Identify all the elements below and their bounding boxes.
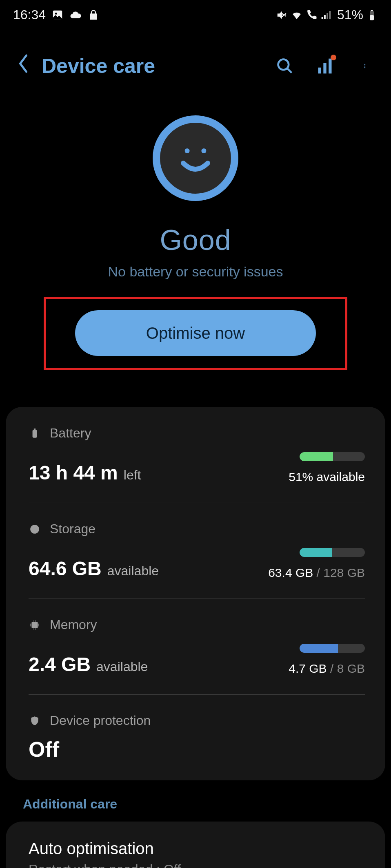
cloud-icon xyxy=(69,9,82,21)
signal-icon xyxy=(320,9,332,21)
battery-item[interactable]: Battery 13 h 44 m left 51% available xyxy=(6,407,385,503)
status-time: 16:34 xyxy=(13,7,46,22)
battery-suffix: left xyxy=(124,468,141,483)
back-button[interactable] xyxy=(17,53,29,79)
svg-rect-8 xyxy=(323,63,326,74)
svg-rect-3 xyxy=(370,15,374,20)
additional-care-header: Additional care xyxy=(23,797,368,812)
battery-right-text: 51% available xyxy=(289,470,365,484)
app-header: Device care xyxy=(0,27,391,91)
storage-item[interactable]: Storage 64.6 GB available 63.4 GB / 128 … xyxy=(6,503,385,599)
svg-point-13 xyxy=(185,148,190,153)
protection-label: Device protection xyxy=(50,713,151,728)
call-icon xyxy=(305,9,318,21)
auto-optimisation-subtitle: Restart when needed : Off xyxy=(29,862,362,868)
svg-rect-16 xyxy=(34,428,36,430)
svg-point-11 xyxy=(364,66,366,67)
svg-rect-9 xyxy=(329,59,331,74)
svg-point-14 xyxy=(201,148,206,153)
storage-label: Storage xyxy=(50,521,96,537)
image-icon xyxy=(51,9,64,21)
svg-rect-21 xyxy=(38,625,39,626)
svg-point-12 xyxy=(364,67,366,68)
memory-used: 4.7 GB xyxy=(289,662,327,675)
auto-optimisation-title: Auto optimisation xyxy=(29,839,362,858)
status-bar-left: 16:34 xyxy=(13,7,100,22)
lock-icon xyxy=(87,9,100,21)
svg-rect-20 xyxy=(38,623,39,624)
storage-total: / 128 GB xyxy=(313,566,365,579)
status-bar: 16:34 51% xyxy=(0,0,391,27)
svg-rect-7 xyxy=(318,68,321,74)
svg-rect-22 xyxy=(33,621,34,621)
svg-rect-23 xyxy=(35,621,36,621)
battery-bar xyxy=(300,452,365,461)
svg-line-6 xyxy=(287,68,292,73)
svg-point-1 xyxy=(55,12,57,14)
highlight-annotation: Optimise now xyxy=(44,297,347,370)
storage-used: 63.4 GB xyxy=(268,566,313,579)
status-smiley-icon xyxy=(153,115,238,201)
storage-item-icon xyxy=(29,523,41,535)
memory-suffix: available xyxy=(96,659,148,674)
memory-item-icon xyxy=(29,619,41,631)
header-actions xyxy=(276,57,374,75)
memory-bar xyxy=(300,644,365,653)
battery-value: 13 h 44 m xyxy=(29,462,118,484)
svg-rect-17 xyxy=(31,622,38,628)
page-title: Device care xyxy=(42,54,276,78)
status-bar-right: 51% xyxy=(276,7,378,22)
svg-point-10 xyxy=(364,64,366,65)
svg-point-5 xyxy=(278,60,289,70)
battery-icon xyxy=(366,9,378,21)
device-status: Good xyxy=(160,224,231,256)
memory-right-text: 4.7 GB / 8 GB xyxy=(289,662,365,676)
storage-value: 64.6 GB xyxy=(29,557,102,580)
protection-value: Off xyxy=(29,737,365,762)
device-metrics-card: Battery 13 h 44 m left 51% available Sto… xyxy=(6,407,385,780)
device-status-subtitle: No battery or security issues xyxy=(108,264,283,280)
svg-rect-4 xyxy=(371,10,373,11)
storage-right-text: 63.4 GB / 128 GB xyxy=(268,566,365,580)
shield-icon xyxy=(29,715,41,727)
memory-label: Memory xyxy=(50,617,97,632)
svg-rect-24 xyxy=(33,628,34,629)
svg-rect-15 xyxy=(33,430,37,438)
svg-rect-19 xyxy=(30,625,31,626)
storage-bar xyxy=(300,548,365,557)
battery-label: Battery xyxy=(50,426,91,441)
storage-suffix: available xyxy=(107,563,159,579)
svg-rect-18 xyxy=(30,623,31,624)
more-button[interactable] xyxy=(356,57,374,75)
auto-optimisation-item[interactable]: Auto optimisation Restart when needed : … xyxy=(6,822,385,868)
usage-button[interactable] xyxy=(316,57,334,75)
optimise-button[interactable]: Optimise now xyxy=(75,310,316,356)
memory-value: 2.4 GB xyxy=(29,653,91,676)
notification-dot xyxy=(331,55,336,60)
memory-total: / 8 GB xyxy=(327,662,365,675)
protection-item[interactable]: Device protection Off xyxy=(6,694,385,780)
status-battery-text: 51% xyxy=(337,7,363,22)
search-button[interactable] xyxy=(276,57,294,75)
battery-item-icon xyxy=(29,427,41,440)
hero-section: Good No battery or security issues xyxy=(0,91,391,280)
wifi-icon xyxy=(291,9,303,21)
mute-icon xyxy=(276,9,288,21)
memory-item[interactable]: Memory 2.4 GB available 4.7 GB / 8 GB xyxy=(6,599,385,694)
svg-rect-25 xyxy=(35,628,36,629)
